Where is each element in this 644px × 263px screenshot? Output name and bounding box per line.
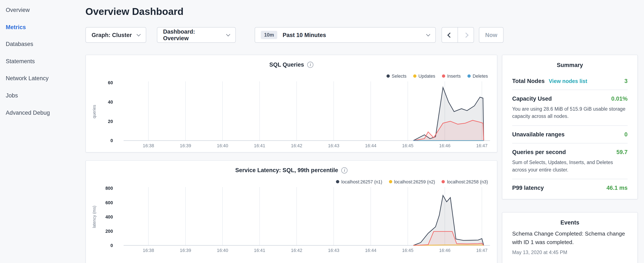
x-tick-label: 16:43 — [328, 248, 339, 253]
x-tick-label: 16:38 — [143, 248, 154, 253]
x-tick-label: 16:42 — [291, 143, 302, 148]
now-button[interactable]: Now — [479, 27, 504, 43]
summary-label: Capacity Used — [512, 95, 552, 102]
summary-row: Queries per second59.7Sum of Selects, Up… — [512, 143, 628, 179]
summary-description: You are using 28.6 MiB of 515.9 GiB usab… — [512, 105, 628, 120]
sidebar-item-jobs[interactable]: Jobs — [0, 87, 78, 104]
summary-rows: Total NodesView nodes list3Capacity Used… — [512, 72, 628, 196]
now-button-label: Now — [485, 32, 497, 38]
summary-value: 0 — [624, 131, 628, 138]
y-tick-label: 200 — [106, 229, 113, 234]
summary-value: 46.1 ms — [606, 184, 628, 191]
legend-label: Deletes — [473, 74, 488, 79]
x-tick-label: 16:41 — [254, 248, 265, 253]
y-tick-label: 60 — [108, 80, 113, 85]
legend-label: Updates — [418, 74, 435, 79]
graph-dropdown[interactable]: Graph: Cluster — [86, 27, 146, 43]
sidebar-item-statements[interactable]: Statements — [0, 53, 78, 70]
summary-row: Unavailable ranges0 — [512, 125, 628, 143]
sidebar-item-metrics[interactable]: Metrics — [0, 19, 78, 36]
chevron-down-icon — [136, 32, 140, 36]
sidebar-item-overview[interactable]: Overview — [0, 2, 78, 19]
legend-label: localhost:26257 (n1) — [341, 179, 382, 184]
info-icon[interactable]: i — [342, 167, 348, 173]
dashboard-dropdown[interactable]: Dashboard: Overview — [157, 27, 236, 43]
summary-value: 3 — [624, 78, 628, 84]
y-tick-label: 600 — [106, 200, 113, 205]
summary-value: 59.7 — [616, 149, 628, 155]
x-tick-label: 16:46 — [439, 143, 450, 148]
legend-item[interactable]: Updates — [413, 74, 435, 79]
summary-row: Capacity Used0.01%You are using 28.6 MiB… — [512, 90, 628, 125]
chevron-down-icon — [426, 32, 430, 36]
x-tick-label: 16:44 — [365, 248, 376, 253]
service-latency-chart-card: Service Latency: SQL, 99th percentilei l… — [86, 160, 498, 263]
chart-title: Service Latency: SQL, 99th percentile — [235, 167, 338, 173]
legend-label: localhost:26258 (n3) — [447, 179, 488, 184]
x-tick-label: 16:40 — [217, 143, 228, 148]
chevron-down-icon — [226, 32, 230, 36]
x-tick-label: 16:47 — [476, 143, 488, 148]
summary-row-header: Total NodesView nodes list3 — [512, 78, 628, 84]
summary-description: Sum of Selects, Updates, Inserts, and De… — [512, 159, 628, 174]
legend-item[interactable]: localhost:26259 (n2) — [389, 179, 435, 184]
legend-item[interactable]: localhost:26258 (n3) — [442, 179, 488, 184]
legend-item[interactable]: Selects — [386, 74, 406, 79]
summary-label: Queries per second — [512, 149, 566, 155]
chart-legend: SelectsUpdatesInsertsDeletes — [380, 74, 488, 79]
chart-title: SQL Queries — [270, 61, 304, 68]
summary-row-header: Capacity Used0.01% — [512, 95, 628, 102]
y-tick-label: 0 — [110, 243, 113, 248]
x-tick-label: 16:40 — [217, 248, 228, 253]
info-icon[interactable]: i — [308, 62, 314, 68]
summary-value: 0.01% — [611, 95, 628, 102]
summary-row: P99 latency46.1 ms — [512, 179, 628, 196]
chart-canvas: 16:3816:3916:4016:4116:4216:4316:4416:45… — [86, 161, 498, 263]
x-tick-label: 16:47 — [476, 248, 488, 253]
prev-time-button[interactable] — [442, 27, 458, 43]
app-root: OverviewMetricsDatabasesStatementsNetwor… — [0, 0, 644, 263]
sidebar-item-advanced-debug[interactable]: Advanced Debug — [0, 104, 78, 121]
legend-item[interactable]: Inserts — [442, 74, 461, 79]
x-tick-label: 16:38 — [143, 143, 154, 148]
summary-link[interactable]: View nodes list — [549, 78, 587, 84]
y-tick-label: 0 — [110, 138, 113, 143]
summary-label: Total Nodes — [512, 78, 545, 84]
time-pager — [442, 27, 474, 43]
sql-queries-chart-card: SQL Queriesi SelectsUpdatesInsertsDelete… — [86, 55, 498, 153]
events-list: Schema Change Completed: Schema change w… — [512, 230, 628, 255]
time-window-dropdown[interactable]: 10m Past 10 Minutes — [255, 27, 436, 43]
x-tick-label: 16:39 — [180, 143, 191, 148]
chart-header: SQL Queriesi — [86, 55, 497, 68]
event-message: Schema Change Completed: Schema change w… — [512, 230, 628, 247]
next-time-button[interactable] — [458, 27, 474, 43]
events-title: Events — [512, 219, 628, 230]
summary-label: P99 latency — [512, 184, 544, 191]
chart-canvas: 16:3816:3916:4016:4116:4216:4316:4416:45… — [86, 55, 498, 153]
time-window-badge: 10m — [261, 31, 277, 39]
x-tick-label: 16:39 — [180, 248, 191, 253]
x-tick-label: 16:45 — [402, 248, 413, 253]
events-panel: Events Schema Change Completed: Schema c… — [502, 212, 638, 263]
time-window-label: Past 10 Minutes — [282, 32, 326, 38]
chart-legend: localhost:26257 (n1)localhost:26259 (n2)… — [329, 179, 488, 184]
chart-header: Service Latency: SQL, 99th percentilei — [86, 161, 497, 173]
legend-label: localhost:26259 (n2) — [394, 179, 435, 184]
legend-dot — [467, 75, 470, 78]
sidebar-item-databases[interactable]: Databases — [0, 36, 78, 53]
legend-item[interactable]: Deletes — [467, 74, 488, 79]
legend-label: Selects — [392, 74, 406, 79]
summary-row-header: Queries per second59.7 — [512, 149, 628, 155]
y-tick-label: 40 — [108, 100, 113, 105]
sidebar-item-network-latency[interactable]: Network Latency — [0, 70, 78, 87]
chevron-left-icon — [447, 32, 452, 38]
x-tick-label: 16:46 — [439, 248, 450, 253]
summary-row: Total NodesView nodes list3 — [512, 72, 628, 90]
legend-item[interactable]: localhost:26257 (n1) — [336, 179, 382, 184]
legend-dot — [336, 180, 339, 183]
event-item: Schema Change Completed: Schema change w… — [512, 230, 628, 255]
y-tick-label: 800 — [106, 186, 113, 191]
x-tick-label: 16:45 — [402, 143, 413, 148]
graph-dropdown-label: Graph: Cluster — [92, 32, 132, 38]
legend-label: Inserts — [447, 74, 461, 79]
